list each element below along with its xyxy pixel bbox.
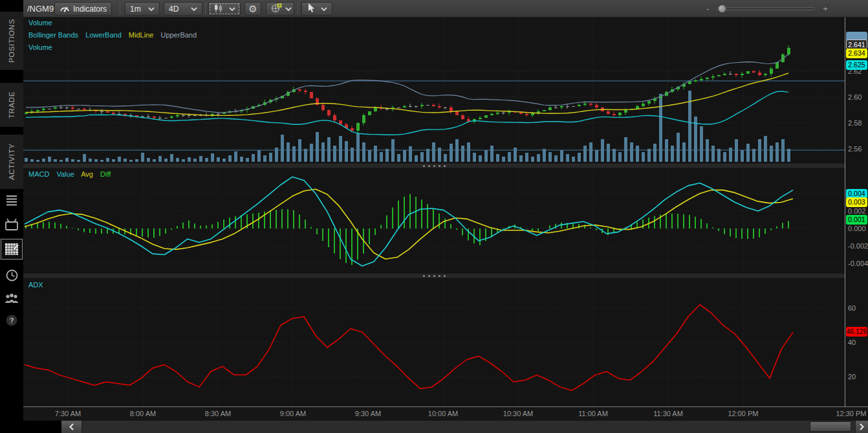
macd-avg-badge: 0.003 xyxy=(846,197,867,207)
indicators-button[interactable]: Indicators xyxy=(54,2,112,16)
splitter-dot xyxy=(433,275,435,277)
adx-legend: ADX xyxy=(28,281,49,289)
adx-line xyxy=(25,305,793,391)
study-label-volume: Volume xyxy=(28,43,52,51)
macd-diff-badge: 0.001 xyxy=(846,215,867,225)
chart-grid-icon-active[interactable] xyxy=(0,238,23,260)
symbol-input[interactable]: /NGM9 xyxy=(27,0,54,17)
help-icon[interactable]: ? xyxy=(0,309,23,331)
chart-type-dropdown[interactable] xyxy=(208,2,241,16)
scrollbar-track[interactable] xyxy=(82,421,855,433)
range-dropdown[interactable]: 4D xyxy=(164,2,202,16)
axis-tick-label: 2.58 xyxy=(848,119,862,127)
panel-splitter[interactable] xyxy=(23,163,845,168)
svg-text:?: ? xyxy=(10,316,14,324)
chart-plot-area[interactable] xyxy=(23,17,845,406)
time-axis-label: 9:30 AM xyxy=(355,410,381,417)
axis-tick-label: 0.002 xyxy=(848,207,866,215)
cursor-arrow-icon xyxy=(307,3,315,15)
macd-histogram xyxy=(26,194,788,265)
chevron-down-icon xyxy=(148,5,155,14)
splitter-dot xyxy=(428,165,430,167)
history-clock-icon[interactable] xyxy=(0,264,23,286)
splitter-dot xyxy=(423,165,425,167)
timeframe-dropdown[interactable]: 1m xyxy=(125,2,160,16)
time-axis-label: 8:00 AM xyxy=(130,410,156,417)
sidebar-tab-activity[interactable]: ACTIVITY xyxy=(0,135,23,189)
community-people-icon[interactable] xyxy=(0,287,23,309)
chevron-down-icon xyxy=(285,5,292,14)
toolbar-separator xyxy=(120,3,120,15)
price-axis[interactable]: 2.622.602.582.560.0040.0020.000-0.002-0.… xyxy=(845,17,868,406)
legend-upperband: UpperBand xyxy=(160,31,197,39)
gauge-icon xyxy=(60,4,70,14)
time-axis-label: 8:30 AM xyxy=(205,410,231,417)
zoom-slider[interactable] xyxy=(717,7,815,10)
time-axis-label: 11:00 AM xyxy=(578,410,608,417)
splitter-dot xyxy=(428,275,430,277)
chevron-down-icon xyxy=(191,5,197,14)
trading-platform-window: /NGM9 Indicators 1m 4D ⚙ xyxy=(0,0,868,433)
time-axis[interactable]: 7:30 AM8:00 AM8:30 AM9:00 AM9:30 AM10:00… xyxy=(0,406,868,421)
zoom-slider-knob[interactable] xyxy=(718,5,726,13)
time-axis-label: 11:30 AM xyxy=(653,410,683,417)
pattern-tool-icon xyxy=(271,3,282,15)
volume-bars xyxy=(25,91,790,162)
sidebar-tab-positions[interactable]: POSITIONS xyxy=(0,12,23,70)
scroll-right-button[interactable] xyxy=(855,421,868,433)
list-icon[interactable] xyxy=(0,189,23,211)
axis-tick-label: 40 xyxy=(848,339,856,346)
axis-tick-label: 2.56 xyxy=(848,145,862,153)
bollinger-upper-band-line xyxy=(26,54,788,113)
legend-lowerband: LowerBand xyxy=(85,31,122,39)
toolbar-separator xyxy=(205,3,206,15)
axis-tick-label: -0.004 xyxy=(848,260,868,267)
time-axis-label: 10:00 AM xyxy=(428,410,458,417)
legend-macd-diff: Diff xyxy=(100,170,111,178)
price-panel xyxy=(23,45,845,162)
chevron-right-icon xyxy=(860,423,864,430)
bollinger-lower-band-line xyxy=(26,91,788,135)
scroll-left-button[interactable] xyxy=(61,421,82,433)
adx-value-badge: 46.126 xyxy=(846,327,867,337)
chevron-down-icon xyxy=(321,5,327,14)
axis-tick-label: 2.60 xyxy=(848,93,862,101)
chart-pattern-dropdown[interactable] xyxy=(266,2,294,16)
macd-panel xyxy=(25,177,793,266)
time-axis-label: 12:30 PM xyxy=(836,410,866,417)
study-label-macd: MACD xyxy=(28,170,49,178)
horizontal-scrollbar xyxy=(0,421,868,433)
bollinger-legend: Bollinger Bands LowerBand MidLine UpperB… xyxy=(28,31,202,39)
chart-settings-button[interactable]: ⚙ xyxy=(244,2,261,16)
midline-value-badge: 2.634 xyxy=(846,49,867,58)
gear-icon: ⚙ xyxy=(248,4,257,14)
panel-splitter[interactable] xyxy=(23,273,845,278)
splitter-dot xyxy=(423,275,425,277)
time-axis-label: 9:00 AM xyxy=(280,410,306,417)
left-gadget-sidebar: POSITIONS TRADE ACTIVITY ? xyxy=(0,0,23,433)
time-axis-label: 7:30 AM xyxy=(55,410,81,417)
price-panel-legend-volume-top: Volume xyxy=(28,19,58,27)
chevron-down-icon xyxy=(229,5,235,14)
bollinger-midline xyxy=(26,73,788,115)
sidebar-tab-trade[interactable]: TRADE xyxy=(0,83,23,127)
monitor-icon[interactable] xyxy=(0,214,23,236)
axis-tick-label: 60 xyxy=(848,304,856,312)
time-axis-label: 10:30 AM xyxy=(503,410,533,417)
candlestick-chart-icon xyxy=(213,3,223,15)
adx-panel xyxy=(25,305,793,391)
splitter-dot xyxy=(439,165,440,167)
axis-tick-label: 0.000 xyxy=(848,225,866,232)
scrollbar-thumb[interactable] xyxy=(810,421,851,432)
splitter-dot xyxy=(444,165,446,167)
legend-midline: MidLine xyxy=(129,31,154,39)
chart-toolbar: /NGM9 Indicators 1m 4D ⚙ xyxy=(23,0,868,17)
splitter-dot xyxy=(444,275,446,277)
time-axis-label: 12:00 PM xyxy=(728,410,758,417)
cursor-tool-dropdown[interactable] xyxy=(301,2,332,16)
study-label-adx: ADX xyxy=(28,281,43,289)
zoom-out-button[interactable]: - xyxy=(706,4,709,14)
axis-tick-label: -0.002 xyxy=(848,242,868,250)
zoom-in-button[interactable]: + xyxy=(823,4,828,14)
splitter-dot xyxy=(433,165,435,167)
